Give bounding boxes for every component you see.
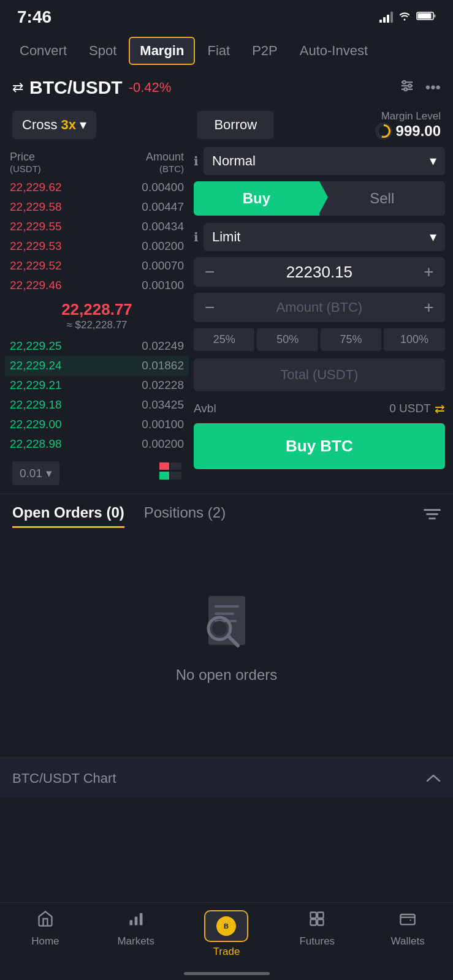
cross-dropdown-icon: ▾: [80, 117, 86, 133]
sell-order-3[interactable]: 22,229.55 0.00434: [5, 217, 189, 236]
settings-icon[interactable]: [398, 77, 416, 98]
price-plus-button[interactable]: +: [419, 261, 438, 283]
total-row[interactable]: Total (USDT): [194, 358, 445, 391]
nav-markets[interactable]: Markets: [91, 910, 181, 958]
limit-row: ℹ Limit ▾: [194, 223, 445, 251]
nav-markets-label: Markets: [117, 935, 154, 948]
nav-futures[interactable]: Futures: [272, 910, 362, 958]
sell-order-1[interactable]: 22,229.62 0.00400: [5, 178, 189, 197]
order-type-row: ℹ Normal ▾: [194, 147, 445, 175]
trading-area: Price (USDT) Amount (BTC) 22,229.62 0.00…: [0, 147, 453, 489]
svg-point-8: [404, 88, 407, 91]
limit-select[interactable]: Limit ▾: [204, 223, 445, 251]
sell-tab[interactable]: Sell: [319, 181, 445, 216]
cross-label: Cross: [22, 117, 57, 133]
price-minus-button[interactable]: −: [200, 261, 219, 283]
swap-icon[interactable]: ⇄: [12, 80, 23, 96]
chart-label: BTC/USDT Chart: [12, 771, 116, 786]
buy-order-3[interactable]: 22,229.21 0.02228: [5, 375, 189, 395]
limit-info-icon[interactable]: ℹ: [194, 230, 199, 244]
orders-filter-icon[interactable]: [424, 508, 441, 525]
mid-price[interactable]: 22,228.77 ≈ $22,228.77: [5, 295, 189, 336]
nav-futures-label: Futures: [299, 935, 335, 948]
svg-rect-28: [311, 913, 316, 918]
amount-plus-button[interactable]: +: [419, 296, 438, 318]
tab-p2p[interactable]: P2P: [242, 38, 287, 64]
nav-tabs: Convert Spot Margin Fiat P2P Auto-Invest: [0, 32, 453, 70]
percent-25-button[interactable]: 25%: [194, 328, 254, 351]
order-book-header: Price (USDT) Amount (BTC): [5, 147, 189, 178]
svg-rect-1: [418, 13, 432, 18]
percent-50-button[interactable]: 50%: [257, 328, 318, 351]
tab-convert[interactable]: Convert: [10, 38, 77, 64]
buy-order-4[interactable]: 22,229.18 0.03425: [5, 395, 189, 415]
margin-level-label: Margin Level: [375, 110, 441, 123]
pair-name[interactable]: BTC/USDT: [29, 77, 123, 98]
svg-rect-12: [170, 472, 181, 480]
signal-bars-icon: [379, 12, 393, 23]
nav-wallets-label: Wallets: [391, 935, 425, 948]
nav-home[interactable]: Home: [0, 910, 91, 958]
tab-autoinvest[interactable]: Auto-Invest: [290, 38, 378, 64]
nav-trade[interactable]: B Trade: [181, 910, 272, 958]
svg-rect-17: [215, 605, 239, 608]
price-header: Price (USDT): [10, 151, 41, 174]
leverage-value: 3x: [61, 117, 75, 133]
limit-dropdown-icon: ▾: [430, 229, 436, 245]
trade-controls: Cross 3x ▾ Borrow Margin Level 999.00: [0, 105, 453, 147]
avbl-swap-icon[interactable]: ⇄: [435, 401, 445, 416]
svg-rect-14: [426, 513, 438, 515]
decimal-select[interactable]: 0.01 ▾: [12, 461, 59, 485]
pair-change: -0.42%: [129, 80, 172, 96]
tab-positions[interactable]: Positions (2): [144, 504, 226, 528]
nav-trade-label: Trade: [213, 946, 240, 958]
battery-icon: [416, 11, 436, 24]
buy-btc-button[interactable]: Buy BTC: [194, 423, 445, 469]
tab-margin[interactable]: Margin: [129, 37, 195, 65]
sell-order-4[interactable]: 22,229.53 0.00200: [5, 236, 189, 256]
more-icon[interactable]: •••: [425, 79, 441, 96]
svg-rect-25: [140, 913, 143, 925]
chart-collapse-icon[interactable]: [426, 770, 441, 787]
percent-75-button[interactable]: 75%: [321, 328, 381, 351]
svg-rect-31: [318, 919, 323, 925]
avbl-label: Avbl: [194, 402, 216, 415]
sell-order-2[interactable]: 22,229.58 0.00447: [5, 197, 189, 217]
buy-order-2[interactable]: 22,229.24 0.01862: [5, 356, 189, 375]
orders-tab-group: Open Orders (0) Positions (2): [12, 504, 226, 528]
pair-header: ⇄ BTC/USDT -0.42% •••: [0, 70, 453, 105]
empty-state: No open orders: [12, 538, 441, 733]
amount-minus-button[interactable]: −: [200, 296, 219, 318]
svg-rect-23: [129, 920, 132, 925]
pair-right: •••: [398, 77, 441, 98]
order-form: ℹ Normal ▾ Buy Sell ℹ Limit ▾ − +: [189, 147, 450, 489]
bottom-nav: Home Markets B Trade: [0, 902, 453, 980]
tab-fiat[interactable]: Fiat: [197, 38, 240, 64]
order-type-dropdown-icon: ▾: [430, 153, 436, 169]
percent-100-button[interactable]: 100%: [384, 328, 444, 351]
empty-orders-icon: [196, 587, 257, 654]
svg-rect-30: [311, 919, 316, 925]
order-type-select[interactable]: Normal ▾: [204, 147, 445, 175]
cross-leverage-button[interactable]: Cross 3x ▾: [12, 111, 96, 139]
buy-order-5[interactable]: 22,229.00 0.00100: [5, 415, 189, 434]
sell-order-6[interactable]: 22,229.46 0.00100: [5, 276, 189, 295]
price-input[interactable]: [219, 263, 419, 282]
borrow-button[interactable]: Borrow: [197, 111, 274, 139]
amount-header: Amount (BTC): [146, 151, 184, 174]
svg-rect-24: [134, 917, 137, 925]
nav-wallets[interactable]: Wallets: [362, 910, 453, 958]
tab-spot[interactable]: Spot: [79, 38, 126, 64]
chart-mode-icon[interactable]: [159, 462, 181, 484]
sell-order-5[interactable]: 22,229.52 0.00070: [5, 256, 189, 276]
margin-gauge-icon: [375, 123, 392, 140]
tab-open-orders[interactable]: Open Orders (0): [12, 504, 124, 528]
home-bar: [184, 972, 270, 975]
avbl-row: Avbl 0 USDT ⇄: [194, 399, 445, 423]
svg-rect-11: [159, 472, 169, 480]
buy-tab[interactable]: Buy: [194, 181, 319, 216]
buy-order-1[interactable]: 22,229.25 0.02249: [5, 336, 189, 356]
order-type-info-icon[interactable]: ℹ: [194, 154, 199, 168]
status-bar: 7:46: [0, 0, 453, 32]
buy-order-6[interactable]: 22,228.98 0.00200: [5, 434, 189, 454]
